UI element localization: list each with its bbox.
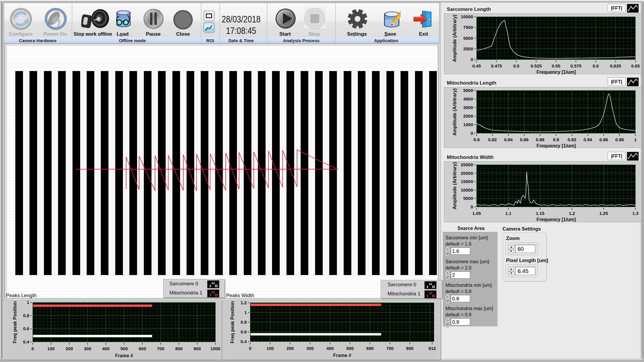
svg-text:1.3: 1.3 <box>633 211 639 216</box>
svg-text:Freq peak Position: Freq peak Position <box>12 301 17 343</box>
svg-text:1: 1 <box>634 137 637 142</box>
svg-text:0.4: 0.4 <box>23 339 29 344</box>
svg-text:300: 300 <box>84 346 91 351</box>
svg-text:0: 0 <box>32 346 34 351</box>
svg-text:400: 400 <box>102 346 109 351</box>
svg-text:Frequency [1/um]: Frequency [1/um] <box>536 217 576 222</box>
svg-text:500: 500 <box>346 346 354 351</box>
svg-text:800: 800 <box>175 346 182 351</box>
svg-text:5000: 5000 <box>463 88 473 93</box>
svg-text:Amplitude (Arbitrary): Amplitude (Arbitrary) <box>452 88 457 136</box>
svg-text:0.82: 0.82 <box>488 137 497 142</box>
svg-text:3000: 3000 <box>463 105 473 110</box>
svg-text:0.8: 0.8 <box>241 320 247 325</box>
svg-text:5000: 5000 <box>463 196 473 201</box>
svg-text:700: 700 <box>157 346 164 351</box>
svg-text:4000: 4000 <box>463 96 473 101</box>
svg-text:0.9: 0.9 <box>553 137 559 142</box>
svg-text:600: 600 <box>366 346 374 351</box>
svg-text:800: 800 <box>406 346 414 351</box>
svg-text:600: 600 <box>139 346 146 351</box>
svg-text:0.45: 0.45 <box>472 63 481 68</box>
svg-text:1000: 1000 <box>463 122 473 127</box>
svg-text:0.55: 0.55 <box>552 63 560 68</box>
svg-text:300: 300 <box>307 346 314 351</box>
svg-text:0.86: 0.86 <box>520 137 528 142</box>
svg-text:200: 200 <box>65 346 73 351</box>
svg-text:0.5: 0.5 <box>513 63 519 68</box>
svg-text:0.88: 0.88 <box>536 137 544 142</box>
svg-text:0.525: 0.525 <box>531 63 542 68</box>
svg-text:1: 1 <box>244 310 247 315</box>
svg-text:1.1: 1.1 <box>505 211 511 216</box>
svg-text:0: 0 <box>471 204 473 209</box>
svg-text:912: 912 <box>429 346 436 351</box>
svg-text:1: 1 <box>27 300 29 305</box>
svg-text:5000: 5000 <box>463 36 473 41</box>
svg-text:0.4: 0.4 <box>241 339 247 344</box>
svg-text:0.625: 0.625 <box>610 63 621 68</box>
svg-text:10000: 10000 <box>461 14 473 19</box>
svg-text:0.8: 0.8 <box>474 137 480 142</box>
svg-text:Frequency [1/um]: Frequency [1/um] <box>536 143 576 148</box>
svg-text:Amplitude (Arbitrary): Amplitude (Arbitrary) <box>452 162 457 210</box>
svg-text:0.6: 0.6 <box>23 326 29 331</box>
svg-text:1.25: 1.25 <box>599 211 608 216</box>
svg-text:1000: 1000 <box>210 346 220 351</box>
svg-text:Frequency [1/um]: Frequency [1/um] <box>536 70 576 75</box>
svg-text:900: 900 <box>193 346 201 351</box>
svg-text:Frame #: Frame # <box>333 353 351 358</box>
svg-text:500: 500 <box>120 346 128 351</box>
svg-text:2500: 2500 <box>463 46 473 51</box>
svg-text:Freq peak Position: Freq peak Position <box>230 301 235 343</box>
svg-text:0.96: 0.96 <box>599 137 608 142</box>
svg-text:0.92: 0.92 <box>568 137 576 142</box>
svg-text:0: 0 <box>471 131 473 136</box>
svg-text:1.2: 1.2 <box>241 300 247 305</box>
svg-text:Frame #: Frame # <box>115 353 133 358</box>
svg-text:100: 100 <box>47 346 55 351</box>
svg-text:0.575: 0.575 <box>570 63 582 68</box>
svg-text:700: 700 <box>386 346 393 351</box>
svg-text:25000: 25000 <box>461 162 473 167</box>
svg-text:0.6: 0.6 <box>241 329 247 334</box>
svg-text:0: 0 <box>249 346 251 351</box>
svg-text:0: 0 <box>471 57 473 62</box>
svg-text:10000: 10000 <box>461 187 473 192</box>
svg-text:0.475: 0.475 <box>491 63 502 68</box>
svg-text:Amplitude (Arbitrary): Amplitude (Arbitrary) <box>452 15 457 62</box>
svg-text:0.65: 0.65 <box>631 63 640 68</box>
svg-text:1.2: 1.2 <box>569 211 575 216</box>
svg-text:15000: 15000 <box>461 179 473 184</box>
svg-text:20000: 20000 <box>461 171 473 176</box>
svg-text:0.94: 0.94 <box>584 137 592 142</box>
svg-text:2000: 2000 <box>463 113 473 119</box>
svg-text:0.8: 0.8 <box>23 313 29 318</box>
svg-text:1.05: 1.05 <box>472 211 481 216</box>
svg-text:0.84: 0.84 <box>504 137 513 142</box>
svg-text:200: 200 <box>286 346 294 351</box>
svg-text:1.15: 1.15 <box>536 211 544 216</box>
svg-text:0.98: 0.98 <box>615 137 624 142</box>
svg-text:400: 400 <box>326 346 334 351</box>
svg-text:7500: 7500 <box>463 25 473 30</box>
svg-text:0.6: 0.6 <box>593 63 599 68</box>
svg-text:100: 100 <box>266 346 274 351</box>
